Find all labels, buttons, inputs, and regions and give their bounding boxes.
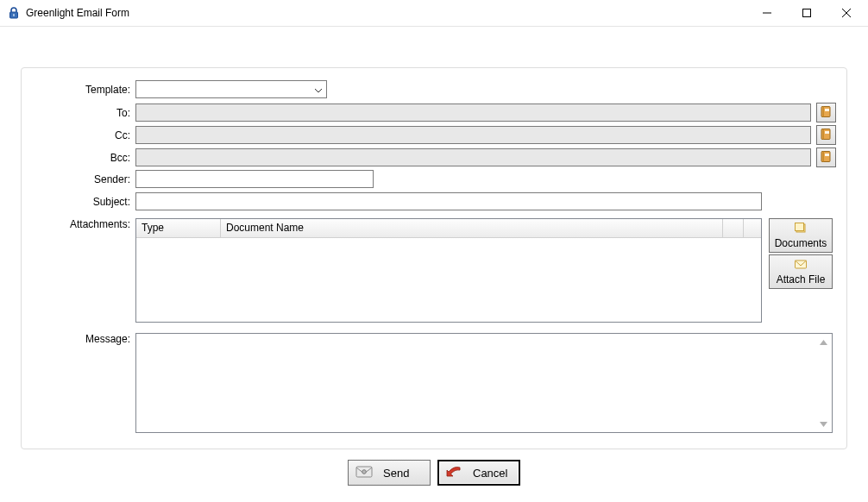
cancel-arrow-icon [445,465,462,481]
titlebar: Greenlight Email Form [0,0,868,27]
svg-rect-7 [823,129,825,139]
svg-rect-4 [823,106,825,116]
svg-rect-13 [796,223,804,231]
attach-file-button[interactable]: Attach File [769,254,833,289]
address-book-icon [820,105,833,121]
send-button[interactable]: Send [348,460,431,486]
column-header-document-name[interactable]: Document Name [221,219,723,237]
svg-rect-11 [825,154,829,156]
lock-icon [7,6,21,20]
to-address-book-button[interactable] [816,103,836,122]
column-header-spacer-2 [744,219,761,237]
svg-rect-5 [825,109,829,111]
subject-field[interactable] [135,192,762,210]
cancel-button[interactable]: Cancel [437,460,520,486]
to-field[interactable] [135,104,811,122]
cc-address-book-button[interactable] [816,125,836,145]
documents-button[interactable]: Documents [769,218,833,253]
documents-icon [794,222,808,236]
column-header-type[interactable]: Type [136,219,221,237]
template-label: Template: [34,84,135,96]
cancel-button-label: Cancel [473,467,507,480]
minimize-button[interactable] [747,0,787,26]
bcc-field[interactable] [135,148,811,166]
attach-file-button-label: Attach File [777,273,826,286]
sender-label: Sender: [34,173,135,185]
cc-label: Cc: [34,129,135,141]
column-header-spacer-1 [723,219,744,237]
sender-field[interactable] [135,170,374,188]
chevron-down-icon [314,84,323,96]
to-label: To: [34,107,135,119]
attachments-grid[interactable]: Type Document Name [135,218,762,323]
send-button-label: Send [383,467,409,480]
message-label: Message: [34,333,135,345]
attachments-grid-header: Type Document Name [136,219,761,238]
address-book-icon [820,150,833,166]
svg-rect-8 [825,131,829,134]
cc-field[interactable] [135,126,811,144]
address-book-icon [820,128,833,143]
svg-rect-2 [803,9,811,17]
template-select[interactable] [135,80,327,98]
attachments-label: Attachments: [34,218,135,230]
svg-point-16 [362,469,367,474]
form-group: Template: To: Cc: [21,67,847,449]
message-textarea[interactable] [135,333,833,433]
svg-rect-10 [823,151,825,161]
bcc-label: Bcc: [34,152,135,164]
documents-button-label: Documents [775,237,827,249]
envelope-icon [355,465,373,481]
attach-file-icon [794,258,808,273]
close-button[interactable] [827,0,866,26]
bcc-address-book-button[interactable] [816,147,836,167]
scroll-up-button[interactable] [817,336,830,348]
footer: Send Cancel [0,458,868,487]
subject-label: Subject: [34,196,135,208]
svg-rect-1 [13,14,15,16]
maximize-button[interactable] [787,0,827,26]
scroll-down-button[interactable] [817,417,830,430]
window-title: Greenlight Email Form [26,7,129,19]
